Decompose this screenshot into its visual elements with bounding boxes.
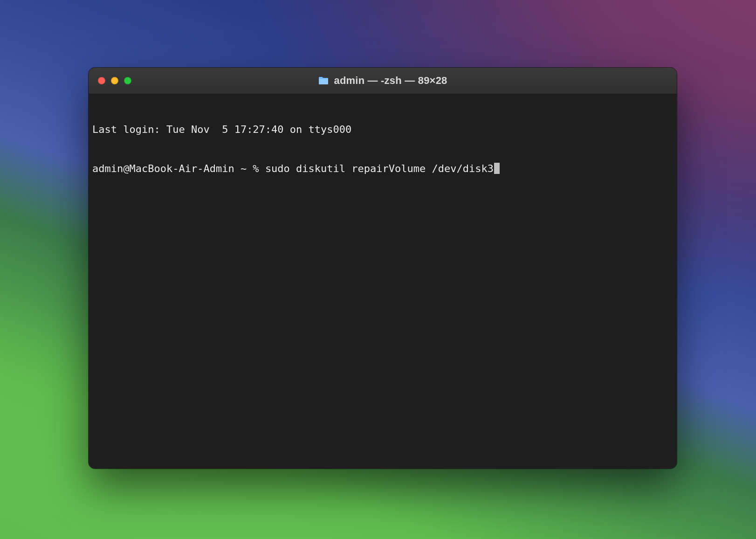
traffic-lights: [98, 77, 131, 84]
typed-command[interactable]: sudo diskutil repairVolume /dev/disk3: [265, 163, 494, 174]
last-login-line: Last login: Tue Nov 5 17:27:40 on ttys00…: [92, 123, 673, 136]
maximize-button[interactable]: [124, 77, 131, 84]
close-button[interactable]: [98, 77, 105, 84]
prompt-line[interactable]: admin@MacBook-Air-Admin ~ % sudo diskuti…: [92, 162, 673, 175]
window-title: admin — -zsh — 89×28: [334, 75, 447, 87]
cursor: [494, 163, 500, 174]
terminal-window[interactable]: admin — -zsh — 89×28 Last login: Tue Nov…: [89, 68, 677, 469]
window-title-container: admin — -zsh — 89×28: [89, 75, 677, 87]
desktop-background: admin — -zsh — 89×28 Last login: Tue Nov…: [0, 0, 756, 539]
titlebar[interactable]: admin — -zsh — 89×28: [89, 68, 677, 94]
minimize-button[interactable]: [111, 77, 118, 84]
terminal-body[interactable]: Last login: Tue Nov 5 17:27:40 on ttys00…: [89, 94, 677, 469]
folder-icon: [318, 76, 329, 85]
shell-prompt: admin@MacBook-Air-Admin ~ %: [92, 163, 265, 174]
